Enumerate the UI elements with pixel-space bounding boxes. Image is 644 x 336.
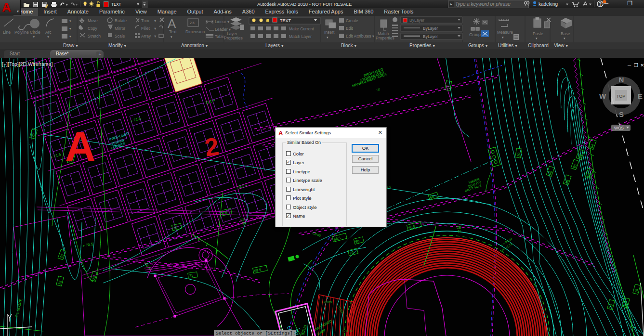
svg-text:─: ─ [627, 63, 631, 68]
svg-text:Properties: Properties [376, 36, 394, 40]
svg-text:CB: CB [457, 226, 461, 229]
svg-text:Fillet: Fillet [141, 26, 150, 31]
svg-text:70: 70 [173, 225, 178, 231]
svg-text:Group: Group [469, 32, 481, 37]
svg-text:kadeking: kadeking [539, 1, 558, 7]
svg-text:ByLayer: ByLayer [423, 34, 438, 39]
svg-text:Measure: Measure [497, 30, 513, 35]
svg-text:Rotate: Rotate [115, 18, 127, 23]
svg-text:A: A [168, 16, 176, 31]
svg-text:N: N [619, 76, 624, 84]
svg-text:+ 71.5: + 71.5 [130, 116, 142, 124]
svg-text:▾: ▾ [69, 27, 71, 30]
svg-text:W: W [599, 92, 606, 100]
svg-text:ByLayer: ByLayer [409, 18, 424, 23]
svg-text:▾: ▾ [154, 18, 157, 23]
svg-text:80: 80 [548, 170, 553, 176]
svg-text:Copy: Copy [88, 26, 98, 31]
svg-text:✕: ✕ [640, 63, 644, 68]
svg-text:4:1 SLOPE: 4:1 SLOPE [14, 298, 23, 318]
svg-text:❐: ❐ [634, 63, 638, 68]
svg-text:Circle: Circle [30, 30, 40, 35]
svg-text:66.5: 66.5 [333, 236, 341, 242]
svg-text:Scale: Scale [115, 34, 125, 39]
svg-text:TEXT: TEXT [280, 18, 291, 23]
svg-text:85: 85 [572, 164, 578, 169]
svg-text:69: 69 [223, 210, 228, 216]
svg-text:▾: ▾ [69, 35, 71, 38]
svg-text:Make Current: Make Current [289, 26, 314, 31]
svg-text:Properties: Properties [224, 36, 243, 40]
svg-text:CB 63: CB 63 [312, 231, 322, 237]
svg-text:+ 71.5: + 71.5 [50, 152, 62, 160]
svg-text:▾: ▾ [536, 37, 538, 40]
svg-text:E: E [638, 92, 643, 100]
svg-text:?: ? [599, 1, 602, 7]
svg-text:[−][Top][2D Wireframe]: [−][Top][2D Wireframe] [2, 61, 53, 67]
svg-text:Table: Table [215, 34, 225, 39]
svg-text:66: 66 [446, 85, 451, 90]
svg-text:Linear ▾: Linear ▾ [215, 19, 230, 24]
svg-text:▾: ▾ [47, 34, 50, 39]
svg-text:▾: ▾ [502, 36, 504, 39]
svg-text:Base: Base [561, 31, 570, 36]
svg-text:Trim: Trim [141, 18, 149, 23]
svg-text:ByLayer: ByLayer [423, 26, 438, 31]
svg-text:68.5: 68.5 [254, 268, 262, 273]
svg-text:61: 61 [458, 230, 461, 233]
svg-text:98: 98 [565, 179, 570, 184]
svg-text:▾: ▾ [154, 34, 157, 39]
svg-text:Insert: Insert [324, 30, 335, 35]
svg-text:70: 70 [516, 152, 521, 157]
svg-text:Text: Text [169, 29, 177, 34]
svg-text:Edit Attributes ▾: Edit Attributes ▾ [346, 34, 375, 39]
svg-text:+70.69: +70.69 [322, 300, 332, 304]
svg-text:71: 71 [189, 273, 194, 278]
svg-text:Array: Array [141, 34, 151, 39]
svg-text:▾: ▾ [154, 26, 157, 31]
svg-text:70.53: 70.53 [337, 305, 344, 314]
svg-text:Dimension: Dimension [185, 29, 205, 34]
svg-text:70.5 +: 70.5 + [237, 183, 248, 190]
svg-text:Move: Move [88, 18, 98, 23]
svg-text:TOP: TOP [617, 94, 625, 99]
svg-text:Match Layer: Match Layer [289, 34, 312, 39]
svg-text:Line: Line [3, 30, 11, 35]
svg-text:▾: ▾ [171, 35, 172, 39]
svg-text:Polyline: Polyline [14, 30, 29, 35]
svg-text:'A': 'A' [376, 87, 381, 92]
svg-text:+70.39: +70.39 [342, 329, 353, 333]
svg-text:A: A [65, 122, 96, 170]
svg-text:94: 94 [590, 143, 595, 149]
svg-text:70: 70 [59, 254, 65, 259]
svg-text:+ 70.5: + 70.5 [82, 242, 94, 248]
svg-text:▾: ▾ [564, 37, 565, 40]
svg-text:Paste: Paste [533, 31, 543, 36]
svg-text:Stretch: Stretch [88, 34, 101, 39]
svg-text:86: 86 [578, 154, 583, 159]
svg-text:TEXT: TEXT [111, 2, 121, 7]
svg-text:S: S [619, 110, 624, 118]
svg-text:(ERS): (ERS) [300, 324, 308, 336]
svg-text:Select objects or [SEttings]:: Select objects or [SEttings]: SE [216, 331, 304, 336]
svg-text:Create: Create [346, 18, 358, 23]
svg-text:Edit: Edit [346, 26, 353, 31]
svg-text:Mirror: Mirror [115, 26, 125, 31]
svg-text:66.5: 66.5 [408, 224, 416, 230]
svg-text:2.5: 2.5 [190, 21, 195, 25]
svg-text:WCS: WCS [614, 126, 624, 130]
svg-text:▾: ▾ [33, 34, 35, 39]
svg-text:▾: ▾ [69, 19, 71, 23]
svg-text:▾: ▾ [327, 36, 329, 39]
